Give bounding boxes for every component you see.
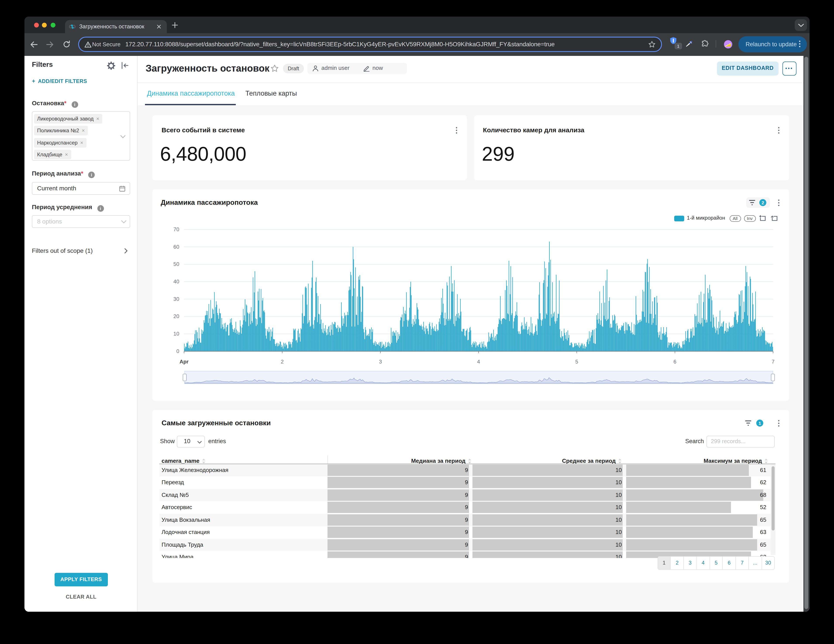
svg-text:20: 20 (173, 313, 179, 319)
svg-text:40: 40 (173, 278, 179, 284)
svg-text:10: 10 (173, 331, 179, 336)
svg-text:60: 60 (173, 244, 179, 250)
svg-text:2: 2 (281, 358, 284, 364)
svg-text:Apr: Apr (179, 358, 188, 364)
svg-text:3: 3 (379, 358, 382, 364)
svg-text:50: 50 (173, 261, 179, 267)
svg-text:6: 6 (674, 358, 676, 364)
svg-text:0: 0 (176, 348, 179, 354)
svg-text:70: 70 (173, 226, 179, 232)
svg-text:30: 30 (173, 296, 179, 302)
svg-text:7: 7 (771, 358, 774, 364)
svg-text:5: 5 (575, 358, 578, 364)
svg-text:4: 4 (477, 358, 480, 364)
